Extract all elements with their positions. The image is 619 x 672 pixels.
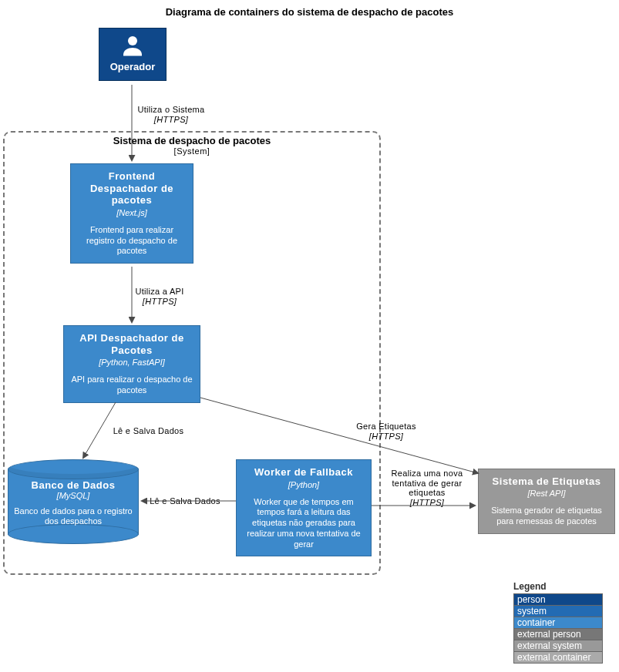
worker-desc: Worker que de tempos em tempos fará a le…	[241, 497, 366, 550]
svg-point-0	[128, 36, 137, 45]
container-frontend: Frontend Despachador de pacotes [Next.js…	[70, 163, 193, 264]
api-tech: [Python, FastAPI]	[69, 358, 195, 367]
db-desc: Banco de dados para o registro dos despa…	[12, 506, 134, 526]
legend: Legend person system container external …	[513, 581, 603, 663]
person-operador: Operador	[99, 28, 167, 81]
legend-ext-person: external person	[513, 628, 603, 640]
diagram-title: Diagrama de containers do sistema de des…	[0, 6, 619, 18]
external-system-etiquetas: Sistema de Etiquetas [Rest API] Sistema …	[478, 469, 615, 534]
person-icon	[119, 32, 146, 59]
db-name: Banco de Dados	[12, 479, 134, 491]
rel-utiliza-sistema: Utiliza o Sistema [HTTPS]	[133, 105, 210, 124]
frontend-name: Frontend Despachador de pacotes	[76, 170, 188, 207]
etiquetas-name: Sistema de Etiquetas	[483, 475, 610, 487]
etiquetas-tech: [Rest API]	[483, 489, 610, 498]
legend-system: system	[513, 605, 603, 617]
worker-tech: [Python]	[241, 480, 366, 489]
etiquetas-desc: Sistema gerador de etiquetas para remess…	[483, 506, 610, 527]
rel-le-salva-1: Lê e Salva Dados	[108, 426, 189, 436]
rel-le-salva-2: Lê e Salva Dados	[146, 496, 224, 506]
boundary-name: Sistema de despacho de pacotes	[3, 135, 381, 146]
legend-ext-container: external container	[513, 651, 603, 664]
db-tech: [MySQL]	[12, 491, 134, 500]
legend-ext-system: external system	[513, 640, 603, 652]
person-label: Operador	[99, 61, 166, 72]
legend-container: container	[513, 617, 603, 629]
boundary-label: Sistema de despacho de pacotes [System]	[3, 135, 381, 156]
database: Banco de Dados [MySQL] Banco de dados pa…	[8, 459, 139, 544]
rel-utiliza-api: Utiliza a API [HTTPS]	[133, 287, 187, 306]
frontend-desc: Frontend para realizar registro do despa…	[76, 225, 188, 257]
legend-person: person	[513, 593, 603, 606]
api-desc: API para realizar o despacho de pacotes	[69, 375, 195, 396]
api-name: API Despachador de Pacotes	[69, 332, 195, 356]
legend-title: Legend	[513, 581, 603, 592]
rel-retry-etiquetas: Realiza uma nova tentativa de gerar etiq…	[381, 469, 473, 508]
container-api: API Despachador de Pacotes [Python, Fast…	[63, 325, 200, 403]
worker-name: Worker de Fallback	[241, 466, 366, 479]
rel-gera-etiquetas: Gera Etiquetas [HTTPS]	[352, 422, 421, 441]
boundary-type: [System]	[3, 146, 381, 156]
container-worker: Worker de Fallback [Python] Worker que d…	[236, 459, 372, 556]
frontend-tech: [Next.js]	[76, 208, 188, 217]
